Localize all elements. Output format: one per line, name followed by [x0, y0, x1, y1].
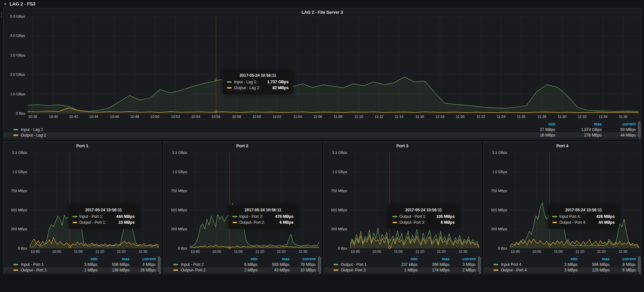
- tooltip: 2017-05-24 10:56:11 Input - Port 1:444 M…: [69, 205, 139, 229]
- legend-max-header[interactable]: max: [258, 257, 290, 261]
- panel-resize-grip[interactable]: ◢: [638, 271, 641, 274]
- legend-min-header[interactable]: min: [517, 122, 555, 126]
- legend-table: min max current Input - Lag 2 27 MBps 1.…: [4, 121, 641, 138]
- legend-table: min max current Input - Port 2 6 MBps 59…: [164, 256, 321, 273]
- tooltip: 2017-05-24 10:56:11 Input Port 4:426 MBp…: [548, 205, 618, 229]
- series-swatch-green: [494, 264, 498, 265]
- legend-header-row: min max current: [484, 256, 641, 262]
- x-axis-labels: 10:4010:5011:0011:1011:2011:30: [190, 248, 319, 254]
- panel-lag2-file-server-3: LAG 2 - File Server 3 5.0 GBps4.0 GBps3.…: [3, 8, 641, 139]
- plot-area[interactable]: 2017-05-24 10:56:11 Input - Lag 2:1.737 …: [28, 16, 638, 113]
- tooltip-time: 2017-05-24 10:56:11: [233, 208, 294, 212]
- series-swatch-yellow: [73, 222, 77, 223]
- crosshair-line: [70, 153, 70, 248]
- legend-min-header[interactable]: min: [70, 257, 97, 261]
- x-axis-labels: 10:4010:5011:0011:1011:2011:30: [30, 248, 159, 254]
- panel-port-1: Port 1 1.3 GBps1.0 GBps750 MBps500 MBps2…: [3, 141, 161, 274]
- series-swatch-green: [392, 216, 397, 217]
- series-swatch-yellow: [494, 269, 498, 271]
- series-swatch-green: [552, 216, 557, 217]
- legend-current-header[interactable]: current: [290, 257, 316, 261]
- legend-current-header[interactable]: current: [130, 257, 156, 261]
- x-axis-labels: 10:3810:4010:4210:4410:4610:4810:5010:52…: [28, 113, 638, 120]
- plot-area[interactable]: 2017-05-24 10:56:11 Input - Port 2:476 M…: [190, 153, 319, 248]
- y-axis-labels: 1.3 GBps1.0 GBps750 MBps500 MBps250 MBps…: [164, 153, 190, 248]
- legend-min-header[interactable]: min: [390, 257, 418, 261]
- legend-row-output[interactable]: Output - Port 4 3 MBps 125 MBps 6 MBps: [484, 267, 641, 273]
- y-axis-labels: 5.0 GBps4.0 GBps3.0 GBps2.0 GBps1.0 GBps…: [4, 16, 28, 113]
- series-swatch-yellow: [173, 269, 178, 271]
- series-swatch-green: [13, 264, 18, 265]
- panel-title[interactable]: Port 1: [4, 142, 161, 150]
- panel-port-3: Port 3 1.3 GBps1.0 GBps750 MBps500 MBps2…: [323, 141, 481, 274]
- legend-header-row: min max current: [324, 256, 481, 262]
- row-drag-handle[interactable]: [1, 12, 2, 17]
- crosshair-line: [216, 16, 216, 113]
- legend-scrollbar[interactable]: [158, 256, 160, 272]
- panel-title[interactable]: Port 4: [484, 142, 641, 150]
- lag2-timeseries-chart[interactable]: 5.0 GBps4.0 GBps3.0 GBps2.0 GBps1.0 GBps…: [4, 16, 638, 120]
- port4-timeseries-chart[interactable]: 1.3 GBps1.0 GBps750 MBps500 MBps250 MBps…: [484, 153, 639, 254]
- y-axis-labels: 1.3 GBps1.0 GBps750 MBps500 MBps250 MBps…: [324, 153, 350, 248]
- panel-resize-grip[interactable]: ◢: [479, 271, 481, 274]
- legend-table: min max current Input - Port 1 3 MBps 55…: [4, 256, 161, 273]
- series-swatch-yellow: [13, 135, 18, 136]
- tooltip: 2017-05-24 10:56:11 Input - Lag 2:1.737 …: [223, 71, 292, 94]
- legend-row-input[interactable]: Input - Lag 2 27 MBps 1.874 GBps 93 MBps: [4, 127, 641, 132]
- legend-row-input[interactable]: Input - Port 2 6 MBps 593 MBps 78 MBps: [164, 262, 321, 267]
- legend-max-header[interactable]: max: [97, 257, 130, 261]
- legend-row-output[interactable]: Output - Port 1 1 MBps 139 MBps 26 MBps: [4, 267, 161, 273]
- legend-max-header[interactable]: max: [555, 122, 602, 126]
- legend-current-header[interactable]: current: [450, 257, 476, 261]
- legend-current-header[interactable]: current: [602, 122, 636, 126]
- legend-current-header[interactable]: current: [610, 257, 636, 261]
- crosshair-line: [390, 153, 390, 248]
- legend-scrollbar[interactable]: [638, 256, 640, 272]
- tooltip-time: 2017-05-24 10:56:11: [227, 73, 288, 78]
- legend-row-output[interactable]: Output - Lag 2 16 MBps 278 MBps 44 MBps: [4, 132, 641, 138]
- dashboard-row-header[interactable]: LAG 2 - FS3: [0, 0, 644, 8]
- hover-point-marker: [548, 244, 551, 246]
- legend-scrollbar[interactable]: [638, 122, 640, 137]
- series-swatch-green: [73, 216, 77, 217]
- legend-row-input[interactable]: Input - Port 1 3 MBps 556 MBps 4 MBps: [4, 262, 161, 267]
- panel-resize-grip[interactable]: ◢: [638, 136, 641, 139]
- legend-max-header[interactable]: max: [418, 257, 450, 261]
- legend-row-input[interactable]: Output - Port 1 237 kBps 266 MBps 3 MBps: [324, 262, 481, 267]
- series-swatch-yellow: [13, 269, 18, 271]
- x-axis-labels: 10:4010:5011:0011:1011:2011:30: [510, 248, 639, 254]
- row-title[interactable]: LAG 2 - FS3: [9, 1, 35, 7]
- chevron-down-icon[interactable]: [3, 2, 7, 6]
- legend-row-input[interactable]: Input Port 4 3 MBps 594 MBps 8 MBps: [484, 262, 641, 267]
- legend-row-output[interactable]: Output- Port 2 2 MBps 43 MBps 10 MBps: [164, 267, 321, 273]
- series-swatch-green: [334, 264, 338, 265]
- x-axis-labels: 10:4010:5011:0011:1011:2011:30: [350, 248, 479, 254]
- legend-min-header[interactable]: min: [230, 257, 258, 261]
- crosshair-line: [549, 153, 550, 248]
- panel-title[interactable]: Port 2: [164, 142, 321, 150]
- hover-point-marker: [228, 247, 231, 249]
- plot-area[interactable]: 2017-05-24 10:56:11 Input - Port 1:444 M…: [30, 153, 159, 248]
- series-swatch-green: [173, 264, 178, 265]
- crosshair-line: [230, 153, 230, 248]
- plot-area[interactable]: 2017-05-24 10:56:11 Input Port 4:426 MBp…: [510, 153, 639, 248]
- hover-point-marker: [388, 239, 391, 241]
- series-swatch-yellow: [227, 87, 232, 89]
- legend-max-header[interactable]: max: [578, 257, 610, 261]
- hover-point-marker: [215, 110, 217, 113]
- legend-row-output[interactable]: Output- Port 3 1 MBps 174 MBps 2 MBps: [324, 267, 481, 273]
- legend-scrollbar[interactable]: [318, 256, 321, 272]
- legend-min-header[interactable]: min: [550, 257, 578, 261]
- port3-timeseries-chart[interactable]: 1.3 GBps1.0 GBps750 MBps500 MBps250 MBps…: [324, 153, 479, 254]
- tooltip: 2017-05-24 10:56:11 Input - Port 2:476 M…: [229, 205, 298, 229]
- panel-resize-grip[interactable]: ◢: [158, 271, 161, 274]
- port1-timeseries-chart[interactable]: 1.3 GBps1.0 GBps750 MBps500 MBps250 MBps…: [4, 153, 159, 254]
- panel-title[interactable]: Port 3: [324, 142, 481, 150]
- series-swatch-yellow: [392, 222, 397, 223]
- port2-timeseries-chart[interactable]: 1.3 GBps1.0 GBps750 MBps500 MBps250 MBps…: [164, 153, 319, 254]
- panel-resize-grip[interactable]: ◢: [319, 271, 321, 274]
- legend-scrollbar[interactable]: [478, 256, 480, 272]
- tooltip-time: 2017-05-24 10:56:11: [73, 208, 135, 212]
- plot-area[interactable]: 2017-05-24 10:56:11 Output - Port 1:105 …: [350, 153, 479, 248]
- panel-title[interactable]: LAG 2 - File Server 3: [4, 8, 641, 16]
